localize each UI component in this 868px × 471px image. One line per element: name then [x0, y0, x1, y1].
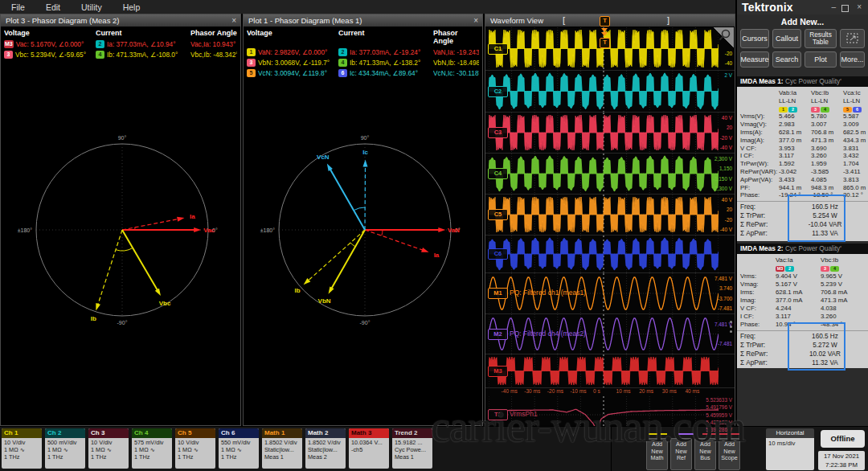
search-button[interactable]: Search	[772, 51, 801, 68]
callout-button[interactable]: Callout	[772, 29, 801, 48]
meas-label: Phase:	[740, 191, 779, 199]
channel-badge: 4	[96, 51, 104, 59]
scale-label: -20 V	[720, 135, 732, 141]
summary-label: Σ RePwr:	[740, 350, 782, 358]
spacer	[740, 89, 779, 97]
channel-badge-pair: 56	[843, 107, 862, 113]
results-table-button[interactable]: Results Table	[805, 29, 837, 48]
restore-window-icon[interactable]	[841, 5, 849, 12]
channel-badge: 4	[821, 107, 829, 113]
plot1-title-bar[interactable]: Plot 1 - Phasor Diagram (Meas 1) ×	[244, 14, 482, 27]
scale-label: 5.491796 V	[706, 404, 732, 410]
channel-label-C2[interactable]: C2	[488, 86, 508, 97]
meas-value: -3.411	[843, 168, 868, 176]
plot-button[interactable]: Plot	[805, 51, 837, 68]
summary-label: Σ TrPwr:	[740, 211, 782, 220]
meas-value: 3.117	[776, 313, 821, 321]
menu-item-file[interactable]: File	[11, 2, 25, 12]
meas2-selection-box	[788, 322, 845, 371]
meas1-data-row: ApPwr(VA):3.4334.0853.813	[737, 176, 868, 184]
meas-value: 3.953	[779, 145, 811, 153]
meas-value: 3.260	[811, 152, 843, 160]
channel-badge-ch5[interactable]: Ch 510 V/div1 MΩ ∿1 THz	[175, 428, 215, 469]
channel-badge-math1[interactable]: Math 11.8502 V/divStatic|low...Meas 1	[262, 428, 302, 469]
badge-setting-line: Meas 2	[308, 453, 346, 461]
app-title-bar[interactable]: Tektronix – ×	[737, 0, 868, 14]
meas-label: Vrms(V):	[740, 113, 779, 121]
addbtn-line: Math	[647, 455, 667, 462]
channel-badge-ch3[interactable]: Ch 310 V/div1 MΩ ∿1 THz	[88, 428, 129, 469]
channel-label-C5[interactable]: C5	[488, 209, 508, 220]
measure-button[interactable]: Measure	[740, 51, 769, 68]
scale-label: 20	[727, 125, 732, 130]
channel-label-T1[interactable]: T1	[488, 409, 508, 420]
channel-label-M2[interactable]: M2	[488, 329, 508, 340]
trigger-marker-icon[interactable]: T	[600, 16, 610, 27]
meas-value: 471.3 m	[811, 137, 843, 145]
spacer	[740, 105, 779, 113]
channel-badge: 1	[779, 107, 788, 113]
menu-item-utility[interactable]: Utility	[81, 2, 102, 12]
time-axis-label: -10 ms	[570, 388, 586, 394]
minimize-window-icon[interactable]: –	[831, 2, 836, 12]
meas1-column-label: Vca:Ic	[843, 89, 868, 97]
more--button[interactable]: More...	[840, 51, 865, 68]
zoom-magnifier-icon[interactable]	[713, 27, 734, 48]
spacer	[740, 264, 776, 272]
add-new-bus-button[interactable]: AddNewBus	[694, 438, 716, 470]
meas2-data-row: Imag:377.0 mA471.3 mA	[737, 297, 868, 305]
plot1-close-icon[interactable]: ×	[473, 14, 478, 27]
date-label: 17 Nov 2021	[818, 452, 865, 461]
menu-item-help[interactable]: Help	[123, 2, 141, 12]
channel-label-M1[interactable]: M1	[488, 288, 508, 299]
add-new-math-button[interactable]: AddNewMath	[646, 438, 668, 470]
scale-label: 1,150	[719, 166, 732, 171]
plot3-title-bar[interactable]: Plot 3 - Phasor Diagram (Meas 2) ×	[1, 14, 240, 27]
channel-label-C1[interactable]: C1	[488, 43, 508, 55]
waveform-view-panel: Waveform View [ ] T T C1-20-40C22 VC340 …	[485, 14, 735, 426]
channel-label-C6[interactable]: C6	[488, 248, 508, 260]
channel-badge-ch6[interactable]: Ch 6550 mV/div1 MΩ ∿1 THz	[219, 428, 259, 469]
offline-button[interactable]: Offline	[821, 430, 865, 448]
add-new-scope-button[interactable]: AddNewScope	[719, 438, 740, 470]
plot3-close-icon[interactable]: ×	[231, 14, 236, 27]
waveform-row-C3: C340 V20-20 V-40 V	[485, 113, 735, 154]
trigger-position-icon[interactable]: T	[600, 38, 610, 48]
summary-label: Σ ApPwr:	[740, 358, 782, 367]
trace-inline-label: PQ: Filtered ch4 (meas2)	[510, 330, 586, 338]
badge-cell: 12	[779, 105, 811, 113]
meas2-column-headers: Vac:IaVbc:Ib	[737, 256, 868, 264]
cursors-button[interactable]: Cursors	[740, 29, 769, 48]
trigger-chevron-icon	[601, 32, 608, 36]
channel-badge-ch1[interactable]: Ch 110 V/div1 MΩ ∿1 THz	[2, 428, 42, 469]
meas1-config-label: LL-LN	[843, 97, 868, 105]
time-axis: -40 ms-30 ms-20 ms-10 ms0 s10 ms20 ms30 …	[485, 388, 735, 396]
phasor-angle-readout: VbN,Ib: -18.498°	[433, 58, 479, 68]
channel-label-C3[interactable]: C3	[488, 127, 508, 138]
channel-badge-ch4[interactable]: Ch 4575 mV/div1 MΩ ∿1 THz	[132, 428, 172, 469]
plot3-phasor-diagram: 90°-90°0°±180°VacIaVbcIb	[1, 72, 240, 424]
add-new-ref-button[interactable]: AddNewRef	[670, 438, 692, 470]
horizontal-scale-value: 10 ms/div	[766, 438, 814, 470]
current-readout: 4Ib: 471.33mA, ∠-108.0°	[96, 50, 190, 60]
meas-value: 1.959	[811, 160, 843, 168]
channel-label-C4[interactable]: C4	[488, 168, 508, 179]
channel-badge-ch2[interactable]: Ch 2500 mV/div1 MΩ ∿1 THz	[45, 428, 85, 469]
menu-item-edit[interactable]: Edit	[46, 2, 60, 12]
horizontal-settings-panel[interactable]: Horizontal 10 ms/div	[766, 428, 814, 470]
channel-label-M3[interactable]: M3	[488, 366, 508, 377]
meas2-data-row: Vrms:9.404 V9.965 V	[737, 272, 868, 281]
waveform-view-title-bar[interactable]: Waveform View [ ] T	[485, 14, 735, 27]
channel-badge-trend2[interactable]: Trend 215.9182 ...Cyc Powe...Meas 1	[392, 428, 432, 469]
meas-label: Imag:	[740, 297, 776, 305]
meas1-data-row: PF:944.1 m948.3 m865.0 m	[737, 184, 868, 192]
channel-badge-math3[interactable]: Math 310.0364 V...-ch5	[349, 428, 389, 469]
time-axis-label: -20 ms	[547, 388, 563, 394]
meas-label: Vmag:	[740, 281, 776, 289]
column-header: Voltage	[247, 29, 338, 45]
badge-setting-line: 10 V/div	[4, 439, 42, 446]
close-window-icon[interactable]: ×	[857, 2, 862, 12]
channel-badge-math2[interactable]: Math 21.8502 V/divStatic|low...Meas 2	[305, 428, 346, 469]
draw-a-box-button[interactable]	[840, 29, 865, 48]
meas2-data-row: Vmag:5.167 V5.239 V	[737, 281, 868, 289]
